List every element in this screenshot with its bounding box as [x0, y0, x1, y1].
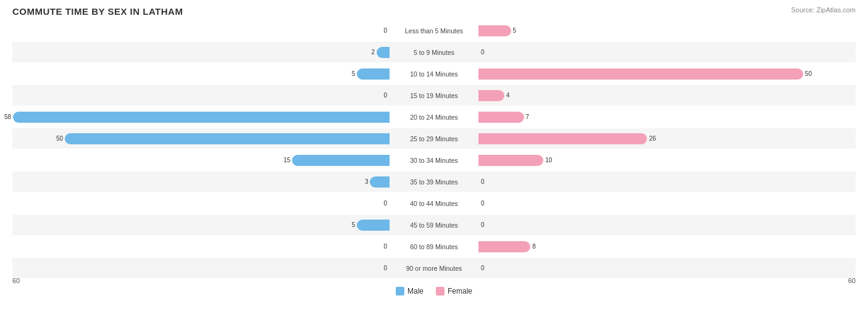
legend-female: Female	[436, 287, 472, 295]
bar-male-zero: 0	[383, 92, 387, 99]
legend-male-box	[396, 287, 404, 295]
bar-male-zero: 0	[383, 265, 387, 271]
bar-female: 4	[478, 90, 504, 101]
bar-female-value: 8	[532, 243, 536, 250]
bar-row: 5025 to 29 Minutes26	[12, 128, 856, 149]
bar-row: 25 to 9 Minutes0	[12, 42, 856, 62]
source-text: Source: ZipAtlas.com	[791, 6, 856, 14]
bar-female: 5	[478, 25, 511, 36]
bar-female-zero: 0	[481, 221, 485, 228]
legend-male: Male	[396, 287, 424, 295]
bar-male: 50	[65, 133, 390, 144]
bar-female-zero: 0	[481, 200, 485, 207]
bar-female: 50	[478, 68, 803, 80]
bar-row-label: 40 to 44 Minutes	[391, 200, 477, 207]
chart-title: COMMUTE TIME BY SEX IN LATHAM	[12, 6, 856, 17]
bar-male-value: 58	[4, 114, 11, 120]
bar-row-label: 25 to 29 Minutes	[391, 135, 477, 142]
bar-row: 090 or more Minutes0	[12, 258, 856, 278]
bar-row-label: 30 to 34 Minutes	[391, 157, 477, 164]
bar-male-zero: 0	[383, 200, 387, 207]
bar-row-label: 15 to 19 Minutes	[391, 92, 477, 99]
legend: Male Female	[12, 287, 856, 295]
bar-row: 015 to 19 Minutes4	[12, 85, 856, 105]
bar-male-value: 2	[371, 49, 375, 56]
bar-male-value: 5	[352, 70, 356, 77]
bar-male-value: 3	[365, 178, 369, 185]
bar-male-value: 15	[283, 157, 290, 163]
chart-container: COMMUTE TIME BY SEX IN LATHAM Source: Zi…	[0, 0, 868, 322]
bar-row: 510 to 14 Minutes50	[12, 64, 856, 84]
chart-area: 0Less than 5 Minutes525 to 9 Minutes0510…	[12, 20, 856, 273]
bar-female-zero: 0	[481, 178, 485, 185]
bar-female-value: 4	[506, 92, 510, 99]
bar-row-label: 90 or more Minutes	[391, 265, 477, 272]
bar-female-zero: 0	[481, 265, 485, 271]
bar-male: 15	[292, 155, 390, 166]
bar-male: 5	[357, 220, 390, 231]
bar-female: 7	[478, 112, 524, 123]
bar-female-value: 26	[649, 135, 656, 142]
bar-row-label: 10 to 14 Minutes	[391, 70, 477, 78]
bar-row: 5820 to 24 Minutes7	[12, 107, 856, 127]
bar-row: 040 to 44 Minutes0	[12, 193, 856, 213]
bar-male: 58	[13, 112, 390, 123]
bar-female-value: 50	[805, 70, 812, 77]
legend-female-box	[436, 287, 444, 295]
bar-female-value: 7	[526, 114, 530, 120]
bar-row: 1530 to 34 Minutes10	[12, 150, 856, 170]
bar-female: 8	[478, 241, 530, 252]
bar-female-value: 10	[545, 157, 552, 163]
bar-female-value: 5	[513, 27, 517, 34]
bar-male: 3	[370, 176, 390, 188]
bar-male-value: 50	[56, 135, 63, 142]
bar-female-zero: 0	[481, 49, 485, 56]
bar-male-value: 5	[352, 221, 356, 228]
bar-male: 5	[357, 68, 390, 80]
bar-row-label: Less than 5 Minutes	[391, 27, 477, 35]
bar-male-zero: 0	[383, 243, 387, 250]
bar-male-zero: 0	[383, 27, 387, 34]
bar-row: 0Less than 5 Minutes5	[12, 20, 856, 41]
legend-female-label: Female	[448, 287, 472, 295]
bar-row-label: 20 to 24 Minutes	[391, 114, 477, 121]
bar-row: 335 to 39 Minutes0	[12, 171, 856, 192]
bar-row: 060 to 89 Minutes8	[12, 236, 856, 257]
bar-row: 545 to 59 Minutes0	[12, 215, 856, 235]
bar-male: 2	[377, 47, 390, 58]
legend-male-label: Male	[407, 287, 424, 295]
bar-row-label: 45 to 59 Minutes	[391, 221, 477, 229]
bar-female: 10	[478, 155, 543, 166]
bar-row-label: 5 to 9 Minutes	[391, 49, 477, 56]
bar-row-label: 35 to 39 Minutes	[391, 178, 477, 186]
bar-row-label: 60 to 89 Minutes	[391, 243, 477, 250]
bar-female: 26	[478, 133, 647, 144]
